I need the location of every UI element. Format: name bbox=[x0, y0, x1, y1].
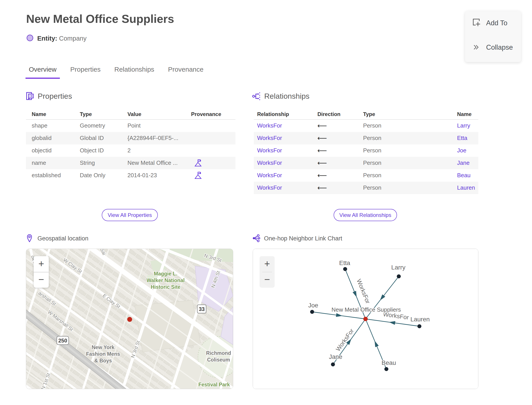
svg-text:Jane: Jane bbox=[329, 353, 342, 360]
svg-text:Lauren: Lauren bbox=[410, 316, 430, 323]
svg-text:Beau: Beau bbox=[381, 359, 396, 366]
svg-text:New York: New York bbox=[92, 344, 115, 350]
svg-text:New Metal Office Suppliers: New Metal Office Suppliers bbox=[331, 306, 401, 313]
svg-text:Historic Site: Historic Site bbox=[151, 284, 180, 290]
svg-text:33: 33 bbox=[199, 306, 205, 312]
svg-text:Etta: Etta bbox=[339, 259, 350, 266]
svg-text:Fashion Mens: Fashion Mens bbox=[86, 351, 120, 357]
svg-text:Joe: Joe bbox=[308, 302, 318, 309]
svg-text:Richmond: Richmond bbox=[206, 350, 231, 356]
svg-text:& Boys: & Boys bbox=[94, 358, 112, 364]
svg-text:Maggie L.: Maggie L. bbox=[154, 271, 177, 277]
svg-text:250: 250 bbox=[58, 338, 67, 344]
svg-text:Walker National: Walker National bbox=[146, 277, 185, 283]
svg-text:Festival Park: Festival Park bbox=[198, 382, 230, 387]
svg-text:Larry: Larry bbox=[391, 264, 406, 271]
svg-text:Coliseum: Coliseum bbox=[207, 357, 230, 363]
